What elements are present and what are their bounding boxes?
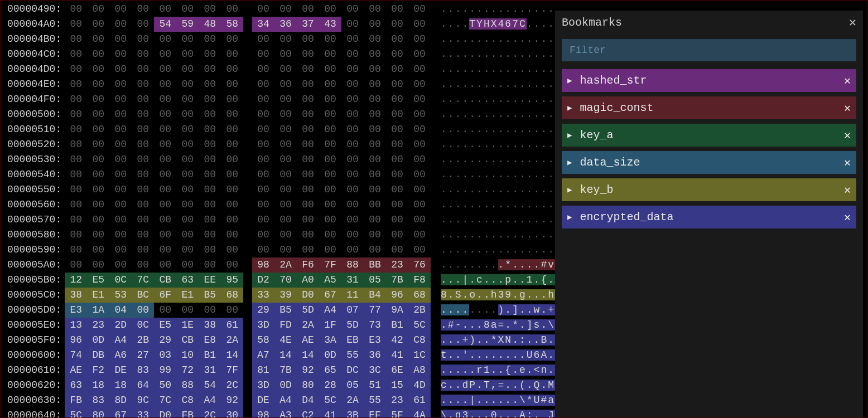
hex-byte[interactable]: 00 [199, 62, 221, 77]
hex-byte[interactable]: 59 [176, 17, 199, 32]
hex-byte[interactable]: 00 [109, 77, 132, 92]
hex-byte[interactable]: 00 [274, 107, 297, 122]
hex-byte[interactable]: 00 [319, 137, 341, 152]
hex-byte[interactable]: EB [341, 333, 364, 348]
hex-byte[interactable]: 00 [176, 77, 199, 92]
hex-byte[interactable]: 00 [87, 212, 109, 227]
hex-byte[interactable]: 72 [176, 363, 199, 378]
hex-byte[interactable]: 00 [176, 47, 199, 62]
hex-byte[interactable]: 00 [252, 2, 274, 17]
hex-byte[interactable]: 11 [341, 288, 364, 303]
hex-byte[interactable]: 5D [341, 318, 364, 333]
hex-byte[interactable]: AE [297, 333, 319, 348]
hex-byte[interactable]: 00 [154, 303, 176, 318]
hex-byte[interactable]: 81 [252, 363, 274, 378]
hex-byte[interactable]: 00 [199, 167, 221, 182]
hex-byte[interactable]: 96 [386, 288, 408, 303]
hex-byte[interactable]: 38 [65, 288, 87, 303]
hex-byte[interactable]: 00 [65, 242, 87, 257]
hex-byte[interactable]: 00 [109, 92, 132, 107]
hex-byte[interactable]: 00 [109, 122, 132, 137]
hex-byte[interactable]: 14 [274, 348, 297, 363]
hex-byte[interactable]: 9A [386, 303, 408, 318]
hex-byte[interactable]: 00 [109, 152, 132, 167]
hex-byte[interactable]: BC [132, 288, 154, 303]
hex-byte[interactable]: 00 [274, 197, 297, 212]
hex-byte[interactable]: 5D [297, 303, 319, 318]
hex-byte[interactable]: 00 [221, 137, 243, 152]
hex-byte[interactable]: 00 [65, 167, 87, 182]
hex-byte[interactable]: 00 [87, 197, 109, 212]
hex-byte[interactable]: E3 [65, 303, 87, 318]
hex-byte[interactable]: 00 [87, 242, 109, 257]
hex-byte[interactable]: 03 [154, 348, 176, 363]
hex-byte[interactable]: 83 [132, 363, 154, 378]
hex-byte[interactable]: 00 [408, 227, 431, 242]
hex-byte[interactable]: 10 [176, 348, 199, 363]
hex-byte[interactable]: 00 [132, 62, 154, 77]
hex-byte[interactable]: 76 [408, 257, 431, 273]
hex-byte[interactable]: 0D [319, 348, 341, 363]
hex-byte[interactable]: 00 [221, 122, 243, 137]
hex-byte[interactable]: CB [176, 333, 199, 348]
hex-byte[interactable]: 00 [154, 122, 176, 137]
hex-byte[interactable]: 00 [364, 92, 386, 107]
hex-byte[interactable]: 00 [297, 152, 319, 167]
hex-byte[interactable]: 6E [386, 363, 408, 378]
hex-byte[interactable]: 00 [386, 2, 408, 17]
hex-byte[interactable]: 00 [65, 77, 87, 92]
hex-byte[interactable]: 00 [297, 167, 319, 182]
hex-byte[interactable]: 00 [65, 257, 87, 273]
hex-byte[interactable]: 00 [154, 152, 176, 167]
hex-byte[interactable]: 00 [408, 122, 431, 137]
hex-byte[interactable]: 00 [319, 107, 341, 122]
hex-byte[interactable]: FD [274, 318, 297, 333]
hex-byte[interactable]: 2A [297, 318, 319, 333]
hex-byte[interactable]: 99 [154, 363, 176, 378]
hex-byte[interactable]: 7B [386, 273, 408, 288]
hex-byte[interactable]: 00 [87, 47, 109, 62]
hex-byte[interactable]: E8 [199, 333, 221, 348]
hex-byte[interactable]: 00 [221, 257, 243, 273]
hex-byte[interactable]: 00 [87, 2, 109, 17]
hex-byte[interactable]: 00 [408, 17, 431, 32]
hex-byte[interactable]: 00 [297, 197, 319, 212]
hex-byte[interactable]: 00 [132, 122, 154, 137]
hex-byte[interactable]: 00 [199, 197, 221, 212]
hex-byte[interactable]: 00 [297, 2, 319, 17]
hex-byte[interactable]: 00 [274, 77, 297, 92]
hex-byte[interactable]: 00 [364, 2, 386, 17]
hex-byte[interactable]: 00 [408, 47, 431, 62]
hex-byte[interactable]: 00 [364, 47, 386, 62]
hex-byte[interactable]: 4A [408, 408, 431, 417]
hex-byte[interactable]: 00 [252, 212, 274, 227]
hex-byte[interactable]: 00 [65, 62, 87, 77]
hex-byte[interactable]: FB [176, 408, 199, 417]
hex-byte[interactable]: A5 [319, 273, 341, 288]
hex-byte[interactable]: A4 [109, 333, 132, 348]
hex-byte[interactable]: 00 [297, 47, 319, 62]
hex-byte[interactable]: 00 [65, 122, 87, 137]
bookmark-item-hashed-str[interactable]: ▶hashed_str✕ [562, 69, 856, 92]
hex-byte[interactable]: 00 [319, 197, 341, 212]
hex-byte[interactable]: 00 [132, 32, 154, 47]
hex-byte[interactable]: 53 [109, 288, 132, 303]
hex-byte[interactable]: DE [109, 363, 132, 378]
hex-byte[interactable]: 00 [319, 167, 341, 182]
hex-byte[interactable]: 00 [341, 137, 364, 152]
hex-byte[interactable]: 00 [176, 182, 199, 197]
hex-byte[interactable]: 00 [109, 2, 132, 17]
hex-byte[interactable]: 00 [252, 137, 274, 152]
hex-byte[interactable]: 00 [341, 17, 364, 32]
hex-byte[interactable]: 00 [252, 182, 274, 197]
hex-byte[interactable]: 00 [297, 182, 319, 197]
hex-byte[interactable]: E1 [87, 288, 109, 303]
hex-byte[interactable]: 2D [109, 318, 132, 333]
hex-byte[interactable]: 73 [364, 318, 386, 333]
hex-byte[interactable]: 00 [252, 92, 274, 107]
hex-byte[interactable]: 43 [319, 17, 341, 32]
hex-byte[interactable]: 00 [132, 2, 154, 17]
hex-byte[interactable]: 23 [87, 318, 109, 333]
hex-byte[interactable]: 00 [154, 197, 176, 212]
hex-byte[interactable]: 2A [274, 257, 297, 273]
